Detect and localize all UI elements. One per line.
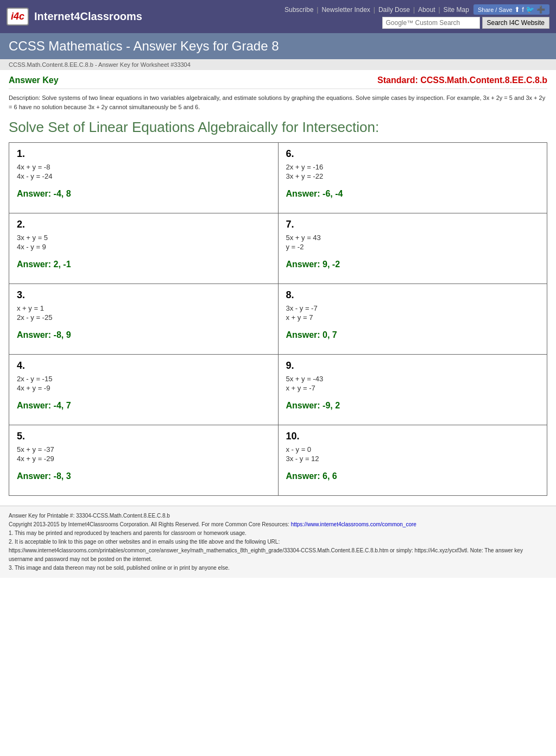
logo-icon: i4c: [11, 11, 24, 22]
footer-line: 3. This image and data thereon may not b…: [9, 564, 547, 572]
equation: x + y = -7: [286, 384, 540, 392]
problem-number: 7.: [286, 219, 540, 230]
standard-label: Standard: CCSS.Math.Content.8.EE.C.8.b: [377, 75, 547, 85]
equation: 4x + y = -29: [17, 455, 270, 463]
problem-number: 3.: [17, 289, 270, 301]
equation: x - y = 0: [286, 445, 540, 453]
search-input[interactable]: [382, 17, 480, 29]
equation: 4x - y = -24: [17, 172, 270, 180]
breadcrumb: CCSS.Math.Content.8.EE.C.8.b - Answer Ke…: [0, 59, 556, 70]
nav-about[interactable]: About: [418, 6, 435, 14]
problems-tbody: 1.4x + y = -84x - y = -24Answer: -4, 86.…: [9, 143, 547, 496]
answer: Answer: -8, 9: [17, 330, 270, 340]
problem-cell: 9.5x + y = -43x + y = -7Answer: -9, 2: [278, 355, 547, 425]
equation: 2x + y = -16: [286, 163, 540, 171]
problem-number: 2.: [17, 219, 270, 230]
problem-cell: 7.5x + y = 43y = -2Answer: 9, -2: [278, 213, 547, 284]
equation: 4x - y = 9: [17, 243, 270, 251]
answer: Answer: -9, 2: [286, 401, 540, 411]
problem-cell: 3.x + y = 12x - y = -25Answer: -8, 9: [9, 284, 279, 355]
problem-number: 4.: [17, 360, 270, 371]
share-save-button[interactable]: Share / Save ⬆ f 🐦 ➕: [473, 4, 549, 15]
problem-number: 10.: [286, 431, 540, 442]
problem-number: 1.: [17, 148, 270, 160]
footer-line: 2. It is acceptable to link to this page…: [9, 538, 547, 546]
problem-cell: 1.4x + y = -84x - y = -24Answer: -4, 8: [9, 143, 279, 213]
footer: Answer Key for Printable #: 33304-CCSS.M…: [0, 506, 556, 578]
answer: Answer: -6, -4: [286, 189, 540, 199]
footer-lines: 1. This may be printed and reproduced by…: [9, 529, 547, 572]
nav-subscribe[interactable]: Subscribe: [285, 6, 313, 14]
equation: y = -2: [286, 243, 540, 251]
equation: x + y = 1: [17, 304, 270, 312]
nav-right: Subscribe | Newsletter Index | Daily Dos…: [285, 4, 549, 29]
search-bar: Search I4C Website: [382, 17, 550, 29]
problem-cell: 5.5x + y = -374x + y = -29Answer: -8, 3: [9, 425, 279, 496]
logo-box: i4c: [7, 8, 29, 26]
footer-copyright-link[interactable]: https://www.internet4classrooms.com/comm…: [291, 521, 416, 527]
search-button[interactable]: Search I4C Website: [482, 17, 550, 29]
section-title: Solve Set of Linear Equations Algebraica…: [9, 119, 547, 136]
header: i4c Internet4Classrooms Subscribe | News…: [0, 0, 556, 33]
answer: Answer: -4, 7: [17, 401, 270, 411]
nav-newsletter[interactable]: Newsletter Index: [321, 6, 370, 14]
equation: 4x + y = -9: [17, 384, 270, 392]
footer-printable-ref: Answer Key for Printable #: 33304-CCSS.M…: [9, 512, 547, 520]
site-name: Internet4Classrooms: [34, 10, 142, 23]
problem-number: 5.: [17, 431, 270, 442]
page-title: CCSS Mathematics - Answer Keys for Grade…: [9, 39, 547, 54]
description: Description: Solve systems of two linear…: [9, 93, 547, 111]
problem-cell: 6.2x + y = -163x + y = -22Answer: -6, -4: [278, 143, 547, 213]
nav-daily-dose[interactable]: Daily Dose: [378, 6, 410, 14]
equation: 2x - y = -15: [17, 375, 270, 383]
answer: Answer: 6, 6: [286, 471, 540, 481]
equation: 4x + y = -8: [17, 163, 270, 171]
answer: Answer: -8, 3: [17, 471, 270, 481]
problem-number: 6.: [286, 148, 540, 160]
equation: 5x + y = 43: [286, 234, 540, 242]
problem-cell: 10.x - y = 03x - y = 12Answer: 6, 6: [278, 425, 547, 496]
nav-sitemap[interactable]: Site Map: [444, 6, 469, 14]
answer: Answer: 9, -2: [286, 260, 540, 269]
logo-area: i4c Internet4Classrooms: [7, 8, 142, 26]
main-content: Answer Key Standard: CCSS.Math.Content.8…: [0, 70, 556, 501]
answer-key-label: Answer Key: [9, 75, 59, 85]
problem-number: 9.: [286, 360, 540, 371]
problem-number: 8.: [286, 289, 540, 301]
breadcrumb-link[interactable]: CCSS.Math.Content.8.EE.C.8.b - Answer Ke…: [9, 61, 191, 68]
problems-grid: 1.4x + y = -84x - y = -24Answer: -4, 86.…: [9, 142, 547, 496]
answer: Answer: 0, 7: [286, 330, 540, 340]
equation: 3x + y = 5: [17, 234, 270, 242]
footer-copyright: Copyright 2013-2015 by Internet4Classroo…: [9, 520, 547, 529]
answer: Answer: 2, -1: [17, 260, 270, 269]
equation: x + y = 7: [286, 313, 540, 322]
problem-cell: 2.3x + y = 54x - y = 9Answer: 2, -1: [9, 213, 279, 284]
ak-header: Answer Key Standard: CCSS.Math.Content.8…: [9, 75, 547, 89]
footer-line: https://www.internet4classrooms.com/prin…: [9, 546, 547, 564]
problem-cell: 4.2x - y = -154x + y = -9Answer: -4, 7: [9, 355, 279, 425]
equation: 5x + y = -37: [17, 445, 270, 453]
equation: 3x - y = 12: [286, 455, 540, 463]
footer-line: 1. This may be printed and reproduced by…: [9, 529, 547, 538]
top-nav: Subscribe | Newsletter Index | Daily Dos…: [285, 6, 469, 14]
problem-cell: 8.3x - y = -7x + y = 7Answer: 0, 7: [278, 284, 547, 355]
equation: 3x + y = -22: [286, 172, 540, 180]
equation: 2x - y = -25: [17, 313, 270, 322]
page-title-band: CCSS Mathematics - Answer Keys for Grade…: [0, 33, 556, 59]
answer: Answer: -4, 8: [17, 189, 270, 199]
equation: 5x + y = -43: [286, 375, 540, 383]
equation: 3x - y = -7: [286, 304, 540, 312]
